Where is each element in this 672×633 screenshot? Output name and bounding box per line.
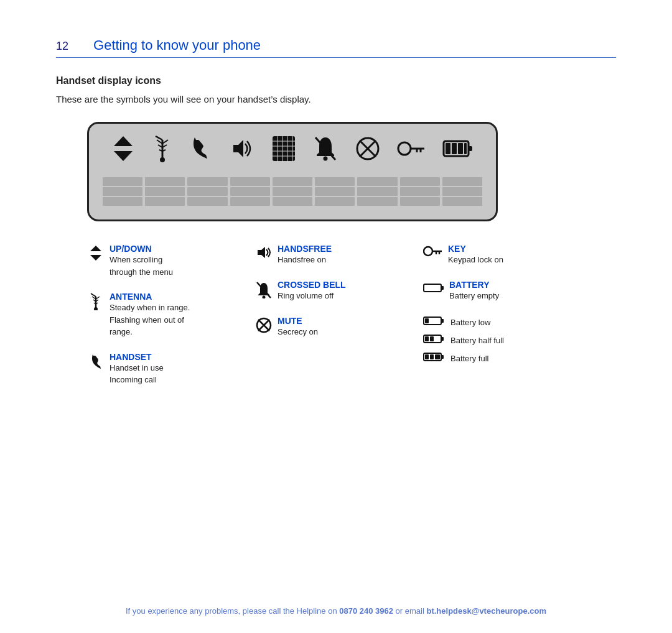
svg-rect-12 [273, 136, 295, 161]
key-legend-icon [423, 245, 443, 261]
antenna-display-icon [152, 135, 173, 169]
svg-rect-61 [425, 318, 429, 323]
svg-rect-57 [424, 284, 441, 292]
battery-empty-legend-icon [423, 281, 444, 297]
svg-marker-37 [90, 255, 101, 261]
handsfree-legend-icon [255, 245, 273, 264]
handset-legend-icon [87, 353, 105, 374]
legend-battery-empty: BATTERY Battery empty [423, 280, 591, 302]
antenna-label: ANTENNA [110, 292, 190, 302]
crossedbell-desc: Ring volume off [278, 290, 346, 302]
handsfree-desc: Handsfree on [278, 254, 332, 266]
svg-marker-47 [258, 247, 265, 258]
key-label: KEY [448, 244, 503, 254]
footer-phone: 0870 240 3962 [339, 606, 393, 616]
legend-antenna: ANTENNA Steady when in range.Flashing wh… [87, 292, 255, 338]
legend-col-2: HANDSFREE Handsfree on CROSSED BELL Ring… [255, 244, 423, 400]
svg-rect-60 [441, 319, 444, 323]
svg-rect-70 [435, 354, 440, 359]
footer-text-start: If you experience any problems, please c… [126, 606, 339, 616]
crossedbell-label: CROSSED BELL [278, 280, 346, 290]
mute-display-icon [355, 135, 380, 169]
legend-battery-low: Battery low [423, 315, 591, 330]
svg-rect-63 [441, 337, 444, 341]
battery-low-icon [423, 315, 444, 330]
svg-rect-33 [452, 143, 457, 154]
handset-desc: Handset in useIncoming call [110, 362, 164, 386]
svg-point-53 [424, 247, 432, 256]
battery-empty-desc: Battery empty [449, 290, 499, 302]
legend-key: KEY Keypad lock on [423, 244, 591, 266]
svg-marker-0 [114, 136, 133, 146]
updown-legend-icon [87, 245, 105, 265]
battery-low-label: Battery low [450, 318, 490, 327]
svg-marker-1 [114, 151, 133, 161]
legend-battery-full: Battery full [423, 351, 591, 366]
antenna-legend-icon [87, 293, 105, 314]
svg-point-26 [398, 142, 411, 155]
mute-desc: Secrecy on [278, 326, 318, 338]
legend-handset: HANDSET Handset in useIncoming call [87, 352, 255, 386]
footer: If you experience any problems, please c… [0, 606, 672, 616]
legend-crossedbell: CROSSED BELL Ring volume off [255, 280, 423, 302]
handsfree-display-icon [228, 135, 254, 169]
svg-rect-35 [464, 143, 467, 154]
legend-col-3: KEY Keypad lock on BATTERY Battery empty [423, 244, 591, 400]
svg-marker-36 [90, 246, 101, 251]
page-title: Getting to know your phone [93, 37, 261, 53]
svg-rect-32 [446, 143, 450, 154]
svg-rect-69 [430, 354, 434, 359]
section-description: These are the symbols you will see on yo… [56, 94, 616, 104]
svg-marker-11 [233, 140, 243, 157]
antenna-desc: Steady when in range.Flashing when out o… [110, 302, 190, 338]
handsfree-label: HANDSFREE [278, 244, 332, 254]
svg-point-21 [324, 157, 328, 161]
svg-line-3 [156, 136, 162, 140]
legend-mute: MUTE Secrecy on [255, 316, 423, 338]
handset-display-icon [190, 135, 211, 169]
icons-legend: UP/DOWN When scrollingthrough the menu [87, 244, 591, 400]
footer-text-mid: or email [393, 606, 426, 616]
legend-col-1: UP/DOWN When scrollingthrough the menu [87, 244, 255, 400]
mute-label: MUTE [278, 316, 318, 326]
battery-half-label: Battery half full [450, 336, 504, 345]
battery-half-icon [423, 333, 444, 348]
battery-display-icon [442, 135, 474, 169]
section-heading: Handset display icons [56, 75, 616, 86]
svg-point-48 [263, 295, 266, 298]
display-mockup [87, 122, 498, 221]
svg-point-46 [94, 307, 98, 310]
display-icons-row [103, 135, 482, 169]
page-number: 12 [56, 40, 68, 53]
footer-email: bt.helpdesk@vtecheurope.com [426, 606, 546, 616]
svg-rect-67 [441, 355, 444, 359]
svg-rect-34 [458, 143, 463, 154]
svg-rect-31 [469, 146, 472, 151]
crossedbell-legend-icon [255, 281, 273, 302]
svg-line-39 [91, 293, 96, 297]
battery-label: BATTERY [449, 280, 499, 290]
svg-rect-64 [425, 336, 429, 341]
handset-label: HANDSET [110, 352, 164, 362]
battery-full-icon [423, 351, 444, 366]
svg-rect-65 [430, 336, 434, 341]
crossedbell-display-icon [313, 135, 338, 169]
mesh-display-icon [271, 135, 296, 169]
header-rule [56, 57, 616, 58]
key-desc: Keypad lock on [448, 254, 503, 266]
legend-updown: UP/DOWN When scrollingthrough the menu [87, 244, 255, 278]
mute-legend-icon [255, 317, 273, 337]
display-bars [103, 177, 482, 206]
header-line: 12 Getting to know your phone [56, 37, 616, 53]
svg-point-10 [160, 157, 165, 162]
updown-label: UP/DOWN [110, 244, 173, 254]
key-display-icon [397, 135, 426, 169]
updown-display-icon [111, 135, 135, 169]
updown-desc: When scrollingthrough the menu [110, 254, 173, 278]
svg-rect-58 [441, 286, 444, 290]
svg-rect-68 [425, 354, 429, 359]
legend-handsfree: HANDSFREE Handsfree on [255, 244, 423, 266]
legend-battery-half: Battery half full [423, 333, 591, 348]
battery-full-label: Battery full [450, 354, 488, 363]
